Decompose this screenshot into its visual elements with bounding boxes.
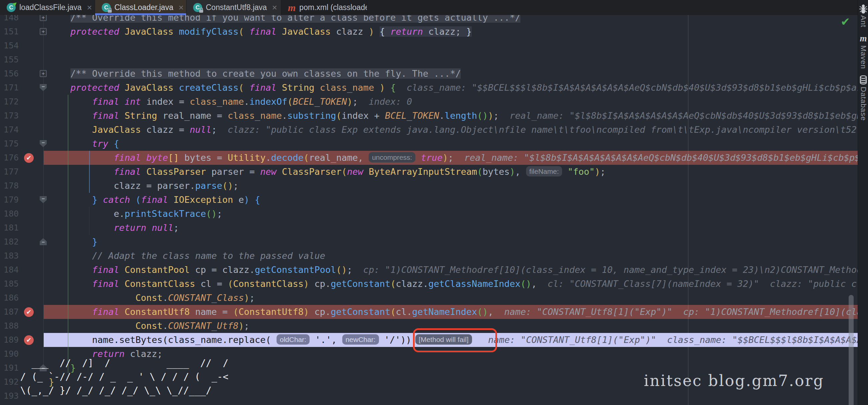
- line-number[interactable]: 156: [0, 67, 19, 81]
- line-number[interactable]: 151: [0, 25, 19, 39]
- tab-constantutf8-java[interactable]: ConstantUtf8.java✕: [186, 0, 281, 15]
- code-line-156[interactable]: 156+ /** Override this method to create …: [0, 67, 858, 81]
- tab-pom-xml-classloader-[interactable]: mpom.xml (classloader)✕: [281, 0, 367, 15]
- code-text: try {: [49, 137, 119, 151]
- code-token: class_name: [320, 83, 380, 93]
- code-token: byte: [147, 152, 168, 163]
- fold-marker-open[interactable]: −: [40, 84, 47, 91]
- line-number[interactable]: 172: [0, 95, 19, 109]
- tab-classloader-java[interactable]: ClassLoader.java✕: [95, 0, 186, 15]
- tab-loadclassfile-java[interactable]: loadClassFile.java✕: [0, 0, 95, 15]
- line-number[interactable]: 178: [0, 179, 19, 193]
- stripe-button-database[interactable]: Database: [859, 87, 868, 121]
- breakpoint-icon[interactable]: [24, 307, 34, 317]
- line-number[interactable]: 179: [0, 193, 19, 207]
- code-line-174[interactable]: 174 JavaClass clazz = null; clazz: "publ…: [0, 123, 858, 137]
- fold-marker-plus[interactable]: +: [40, 28, 47, 35]
- vertical-scrollbar-thumb[interactable]: [849, 295, 854, 405]
- code-token: final: [92, 96, 125, 107]
- stripe-button-ant[interactable]: Ant: [859, 15, 868, 27]
- code-token: e.: [49, 209, 125, 219]
- inline-debugger-hint: real_name: "$l$8b$I$A$A$A$A$A$A$AeQ$cbN$…: [453, 152, 858, 163]
- code-line-177[interactable]: 177 final ClassParser parser = new Class…: [0, 165, 858, 179]
- line-number[interactable]: 186: [0, 291, 19, 305]
- code-line-178[interactable]: 178 clazz = parser.parse();: [0, 179, 858, 193]
- code-token: (: [390, 307, 396, 317]
- breakpoint-icon[interactable]: [24, 335, 34, 345]
- code-token: real_name =: [162, 111, 227, 121]
- fold-marker-open[interactable]: −: [40, 196, 47, 203]
- code-text: final ConstantUtf8 name = (ConstantUtf8)…: [49, 305, 858, 319]
- line-number[interactable]: 155: [0, 53, 19, 67]
- line-number[interactable]: 182: [0, 235, 19, 249]
- code-token: {: [255, 194, 260, 205]
- line-number[interactable]: 175: [0, 137, 19, 151]
- line-number[interactable]: 154: [0, 39, 19, 53]
- line-number[interactable]: 180: [0, 207, 19, 221]
- parameter-hint-chip: fileName:: [526, 166, 562, 177]
- line-number[interactable]: 189: [0, 333, 19, 347]
- line-number[interactable]: 177: [0, 165, 19, 179]
- code-token: []: [168, 152, 184, 163]
- line-number[interactable]: 171: [0, 81, 19, 95]
- line-number[interactable]: 176: [0, 151, 19, 165]
- close-tab-icon[interactable]: ✕: [87, 4, 92, 12]
- fold-marker-open[interactable]: −: [40, 140, 47, 147]
- code-line-182[interactable]: 182− }: [0, 235, 858, 249]
- line-number[interactable]: 183: [0, 249, 19, 263]
- line-number[interactable]: 173: [0, 109, 19, 123]
- code-token: null: [152, 222, 174, 233]
- fold-marker-close[interactable]: −: [40, 238, 47, 245]
- code-token: index +: [342, 111, 385, 121]
- code-line-155[interactable]: 155: [0, 53, 858, 67]
- code-line-185[interactable]: 185 final ConstantClass cl = (ConstantCl…: [0, 277, 858, 291]
- code-token: createClass: [179, 83, 239, 93]
- stripe-button-maven[interactable]: Maven: [859, 45, 868, 69]
- code-token: String: [125, 111, 163, 121]
- close-tab-icon[interactable]: ✕: [272, 4, 278, 12]
- code-line-180[interactable]: 180 e.printStackTrace();: [0, 207, 858, 221]
- close-tab-icon[interactable]: ✕: [178, 4, 184, 12]
- line-number[interactable]: 174: [0, 123, 19, 137]
- code-token: IOException: [174, 194, 239, 205]
- code-token: ;: [212, 124, 217, 135]
- code-line-184[interactable]: 184 final ConstantPool cp = clazz.getCon…: [0, 263, 858, 277]
- code-line-187[interactable]: 187 final ConstantUtf8 name = (ConstantU…: [0, 305, 858, 319]
- line-number[interactable]: 187: [0, 305, 19, 319]
- code-line-186[interactable]: 186 Const.CONSTANT_Class);: [0, 291, 858, 305]
- code-line-179[interactable]: 179− } catch (final IOException e) {: [0, 193, 858, 207]
- line-number[interactable]: 184: [0, 263, 19, 277]
- line-number[interactable]: 185: [0, 277, 19, 291]
- breakpoint-icon[interactable]: [24, 153, 34, 163]
- code-token: // Adapt the class name to the passed va…: [92, 251, 325, 261]
- line-number[interactable]: 188: [0, 319, 19, 333]
- code-token: [49, 251, 92, 261]
- code-line-154[interactable]: 154: [0, 39, 858, 53]
- maven-icon[interactable]: m: [859, 33, 868, 43]
- code-line-172[interactable]: 172 final int index = class_name.indexOf…: [0, 95, 858, 109]
- code-line-181[interactable]: 181 return null;: [0, 221, 858, 235]
- code-line-171[interactable]: 171− protected JavaClass createClass( fi…: [0, 81, 858, 95]
- code-token: "foo": [562, 166, 595, 177]
- code-line-176[interactable]: 176 final byte[] bytes = Utility.decode(…: [0, 151, 858, 165]
- code-line-183[interactable]: 183 // Adapt the class name to the passe…: [0, 249, 858, 263]
- database-icon[interactable]: [859, 75, 868, 86]
- code-token: ): [304, 279, 315, 289]
- lock-overlay-icon: [199, 10, 203, 13]
- code-token: (: [342, 166, 347, 177]
- ant-icon[interactable]: [859, 4, 868, 15]
- line-number[interactable]: 181: [0, 221, 19, 235]
- fold-marker-plus[interactable]: +: [40, 70, 47, 77]
- ide-window: 148+ /** Override this method if you wan…: [0, 0, 868, 405]
- code-line-173[interactable]: 173 final String real_name = class_name.…: [0, 109, 858, 123]
- tab-label: loadClassFile.java: [19, 3, 82, 12]
- code-token: clazz = parser.: [49, 181, 195, 191]
- code-token: .: [244, 96, 249, 107]
- code-line-175[interactable]: 175− try {: [0, 137, 858, 151]
- code-line-151[interactable]: 151+ protected JavaClass modifyClass( fi…: [0, 25, 858, 39]
- fold-marker-plus[interactable]: +: [40, 14, 47, 21]
- inspections-ok-check-icon[interactable]: ✔: [841, 16, 850, 27]
- code-token: ;: [347, 264, 352, 275]
- code-token: final: [114, 152, 147, 163]
- code-token: modifyClass: [179, 26, 239, 37]
